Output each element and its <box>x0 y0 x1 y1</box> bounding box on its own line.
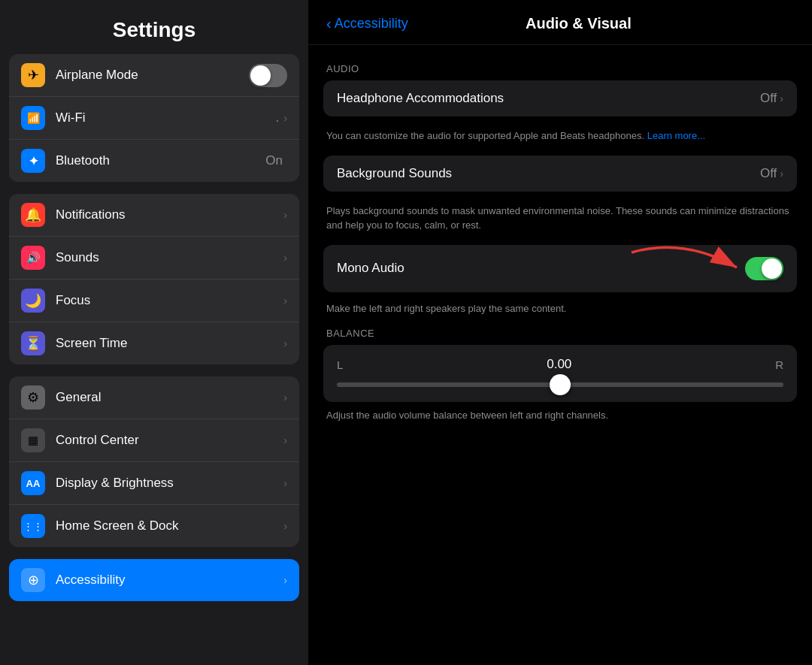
sidebar-item-bluetooth[interactable]: ✦ Bluetooth On <box>9 140 299 182</box>
headphone-chevron: › <box>780 92 783 104</box>
sidebar-item-notifications[interactable]: 🔔 Notifications › <box>9 194 299 237</box>
background-sounds-card: Background Sounds Off › <box>323 156 797 192</box>
screentime-label: Screen Time <box>56 336 283 351</box>
mono-audio-toggle[interactable] <box>745 257 783 280</box>
display-chevron: › <box>283 477 287 489</box>
sounds-label: Sounds <box>56 250 283 265</box>
sidebar-item-screentime[interactable]: ⏳ Screen Time › <box>9 322 299 364</box>
general-label: General <box>56 390 283 405</box>
audio-section-label: AUDIO <box>326 63 797 74</box>
background-sounds-description: Plays background sounds to mask unwanted… <box>323 198 797 245</box>
balance-left-label: L <box>337 358 343 371</box>
balance-header: L 0.00 R <box>337 357 783 372</box>
sidebar-item-airplane[interactable]: ✈ Airplane Mode <box>9 54 299 97</box>
focus-label: Focus <box>56 293 283 308</box>
headphone-row[interactable]: Headphone Accommodations Off › <box>323 80 797 116</box>
focus-chevron: › <box>283 295 287 307</box>
mono-audio-toggle-thumb <box>762 258 782 279</box>
balance-card: L 0.00 R <box>323 345 797 402</box>
headphone-label: Headphone Accommodations <box>337 91 760 106</box>
airplane-toggle-thumb <box>250 65 271 86</box>
balance-description: Adjust the audio volume balance between … <box>323 402 797 435</box>
controlcenter-icon: ▦ <box>21 428 45 452</box>
balance-value: 0.00 <box>547 357 571 372</box>
general-group: ⚙ General › ▦ Control Center › AA Displa… <box>9 376 299 547</box>
homescreen-chevron: › <box>283 520 287 532</box>
sidebar-item-accessibility[interactable]: ⊕ Accessibility › <box>9 559 299 601</box>
display-label: Display & Brightness <box>56 476 283 491</box>
airplane-toggle[interactable] <box>249 64 287 87</box>
mono-audio-row[interactable]: Mono Audio <box>323 245 797 292</box>
screentime-chevron: › <box>283 337 287 349</box>
notifications-label: Notifications <box>56 207 283 222</box>
general-icon: ⚙ <box>21 385 45 410</box>
wifi-value: . <box>276 110 280 125</box>
sounds-chevron: › <box>283 252 287 264</box>
notifications-group: 🔔 Notifications › 🔊 Sounds › 🌙 Focus › ⏳… <box>9 194 299 364</box>
bluetooth-label: Bluetooth <box>56 153 265 168</box>
wifi-chevron: › <box>283 112 287 124</box>
mono-audio-card: Mono Audio <box>323 245 797 292</box>
background-sounds-value: Off <box>760 166 777 181</box>
controlcenter-label: Control Center <box>56 433 283 448</box>
balance-section-label: BALANCE <box>326 328 797 339</box>
sidebar-item-controlcenter[interactable]: ▦ Control Center › <box>9 419 299 462</box>
learn-more-link[interactable]: Learn more... <box>647 130 705 141</box>
controlcenter-chevron: › <box>283 434 287 446</box>
back-button[interactable]: ‹ Accessibility <box>326 15 408 32</box>
right-content: AUDIO Headphone Accommodations Off › You… <box>308 45 812 453</box>
focus-icon: 🌙 <box>21 289 45 313</box>
notifications-icon: 🔔 <box>21 203 45 227</box>
settings-title: Settings <box>0 0 308 54</box>
accessibility-label: Accessibility <box>56 573 283 588</box>
background-sounds-label: Background Sounds <box>337 166 760 181</box>
mono-audio-description: Make the left and right speakers play th… <box>323 295 797 328</box>
headphone-description: You can customize the audio for supporte… <box>323 122 797 156</box>
back-label: Accessibility <box>335 16 408 32</box>
wifi-icon: 📶 <box>21 106 45 130</box>
sidebar-item-display[interactable]: AA Display & Brightness › <box>9 462 299 505</box>
network-group: ✈ Airplane Mode 📶 Wi-Fi . › ✦ Bluetooth … <box>9 54 299 182</box>
headphone-value: Off <box>760 91 777 106</box>
page-title: Audio & Visual <box>408 15 749 32</box>
accessibility-icon: ⊕ <box>21 568 45 592</box>
settings-sidebar: Settings ✈ Airplane Mode 📶 Wi-Fi . › ✦ B… <box>0 0 308 665</box>
homescreen-label: Home Screen & Dock <box>56 518 283 534</box>
screentime-icon: ⏳ <box>21 331 45 355</box>
balance-slider-thumb[interactable] <box>550 374 571 395</box>
sidebar-item-sounds[interactable]: 🔊 Sounds › <box>9 237 299 280</box>
sidebar-item-wifi[interactable]: 📶 Wi-Fi . › <box>9 97 299 140</box>
sidebar-item-homescreen[interactable]: ⋮⋮ Home Screen & Dock › <box>9 505 299 547</box>
display-icon: AA <box>21 471 45 495</box>
back-chevron: ‹ <box>326 15 332 32</box>
headphone-card: Headphone Accommodations Off › <box>323 80 797 116</box>
general-chevron: › <box>283 391 287 404</box>
airplane-icon: ✈ <box>21 63 45 87</box>
airplane-label: Airplane Mode <box>56 68 249 83</box>
mono-audio-label: Mono Audio <box>337 261 745 276</box>
right-header: ‹ Accessibility Audio & Visual <box>308 0 812 45</box>
notifications-chevron: › <box>283 209 287 221</box>
balance-slider-track[interactable] <box>337 382 783 387</box>
wifi-label: Wi-Fi <box>56 110 276 125</box>
bluetooth-value: On <box>265 153 283 168</box>
sidebar-item-focus[interactable]: 🌙 Focus › <box>9 280 299 322</box>
balance-right-label: R <box>775 358 783 371</box>
bluetooth-icon: ✦ <box>21 149 45 173</box>
background-sounds-row[interactable]: Background Sounds Off › <box>323 156 797 192</box>
right-panel: ‹ Accessibility Audio & Visual AUDIO Hea… <box>308 0 812 665</box>
sounds-icon: 🔊 <box>21 246 45 270</box>
background-sounds-chevron: › <box>780 168 783 180</box>
sidebar-item-general[interactable]: ⚙ General › <box>9 376 299 419</box>
homescreen-icon: ⋮⋮ <box>21 514 45 538</box>
accessibility-chevron: › <box>283 574 287 586</box>
